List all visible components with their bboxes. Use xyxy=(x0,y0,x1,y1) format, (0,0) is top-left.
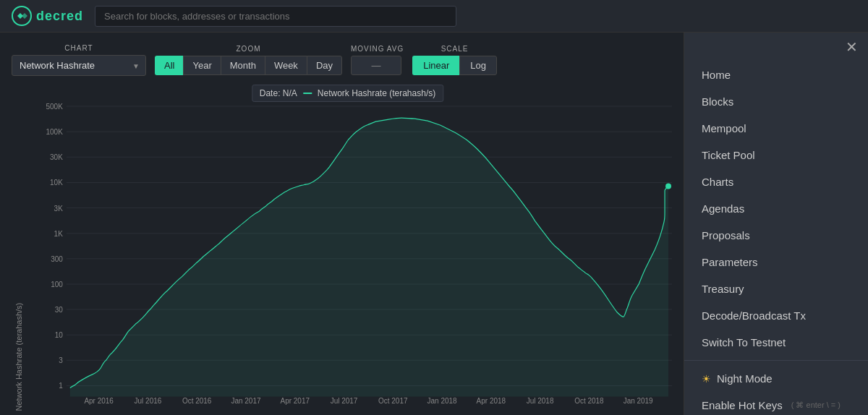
svg-text:100K: 100K xyxy=(46,128,64,136)
hot-keys-hint: ( ⌘ enter \ = ) xyxy=(791,401,841,410)
nav-item-agendas[interactable]: Agendas xyxy=(684,195,868,222)
nav-item-charts[interactable]: Charts xyxy=(684,168,868,195)
svg-text:300: 300 xyxy=(51,255,63,263)
nav-item-parameters[interactable]: Parameters xyxy=(684,249,868,275)
nav-item-proposals[interactable]: Proposals xyxy=(684,222,868,249)
nav-item-treasury[interactable]: Treasury xyxy=(684,275,868,302)
zoom-label: ZOOM xyxy=(155,45,342,53)
svg-text:10K: 10K xyxy=(50,179,63,187)
chart-area: CHART Network Hashrate Block Size Blockc… xyxy=(0,33,684,415)
zoom-year-button[interactable]: Year xyxy=(183,56,220,75)
svg-text:Jan 2018: Jan 2018 xyxy=(427,397,457,405)
main-layout: CHART Network Hashrate Block Size Blockc… xyxy=(0,33,868,415)
logo-icon xyxy=(12,6,32,26)
search-input[interactable] xyxy=(95,6,456,27)
chart-container: Network Hashrate (terahash/s) Date: N/A … xyxy=(12,85,672,411)
chart-tooltip: Date: N/A Network Hashrate (terahash/s) xyxy=(252,85,443,102)
svg-text:500K: 500K xyxy=(46,103,64,111)
chart-label: CHART xyxy=(12,44,146,52)
nav-close-button[interactable]: ✕ xyxy=(835,33,868,61)
svg-text:100: 100 xyxy=(51,281,63,288)
chart-control-group: CHART Network Hashrate Block Size Blockc… xyxy=(12,44,146,76)
chart-svg: 500K 100K 30K 10K 3K 1K 300 100 30 10 3 … xyxy=(23,85,672,411)
svg-text:30K: 30K xyxy=(50,153,63,161)
nav-divider xyxy=(684,360,868,361)
night-mode-icon: ☀ xyxy=(702,373,711,385)
y-axis-label: Network Hashrate (terahash/s) xyxy=(12,85,23,411)
tooltip-series-label: Network Hashrate (terahash/s) xyxy=(318,88,435,98)
svg-text:1: 1 xyxy=(59,382,63,390)
svg-text:Jul 2017: Jul 2017 xyxy=(331,397,358,405)
svg-text:Oct 2018: Oct 2018 xyxy=(574,397,604,405)
svg-text:Apr 2016: Apr 2016 xyxy=(84,397,114,405)
tooltip-date: Date: N/A xyxy=(260,88,297,98)
nav-item-blocks[interactable]: Blocks xyxy=(684,88,868,115)
svg-text:30: 30 xyxy=(55,306,64,314)
zoom-day-button[interactable]: Day xyxy=(307,56,342,75)
nav-item-home[interactable]: Home xyxy=(684,61,868,88)
nav-item-ticket-pool[interactable]: Ticket Pool xyxy=(684,142,868,168)
scale-label: SCALE xyxy=(412,45,497,53)
zoom-month-button[interactable]: Month xyxy=(221,56,265,75)
chart-inner: Date: N/A Network Hashrate (terahash/s) xyxy=(23,85,672,411)
zoom-all-button[interactable]: All xyxy=(155,56,183,75)
nav-item-hot-keys[interactable]: Enable Hot Keys ( ⌘ enter \ = ) xyxy=(684,392,868,415)
svg-text:Apr 2018: Apr 2018 xyxy=(477,397,506,405)
scale-linear-button[interactable]: Linear xyxy=(412,56,459,75)
svg-text:3K: 3K xyxy=(54,205,64,213)
zoom-group: All Year Month Week Day xyxy=(155,56,342,75)
scale-control-group: SCALE Linear Log xyxy=(412,45,497,75)
moving-avg-label: MOVING AVG xyxy=(351,45,404,53)
svg-text:10: 10 xyxy=(55,331,64,339)
moving-avg-control-group: MOVING AVG xyxy=(351,45,404,75)
nav-item-testnet[interactable]: Switch To Testnet xyxy=(684,329,868,356)
svg-text:Apr 2017: Apr 2017 xyxy=(281,397,310,405)
logo-text: decred xyxy=(36,9,83,24)
logo[interactable]: decred xyxy=(12,6,83,26)
zoom-control-group: ZOOM All Year Month Week Day xyxy=(155,45,342,75)
svg-text:Oct 2017: Oct 2017 xyxy=(378,397,408,405)
nav-item-decode[interactable]: Decode/Broadcast Tx xyxy=(684,302,868,329)
svg-text:Jan 2019: Jan 2019 xyxy=(624,397,653,405)
nav-items: Home Blocks Mempool Ticket Pool Charts A… xyxy=(684,61,868,415)
nav-item-night-mode[interactable]: ☀ Night Mode xyxy=(684,365,868,392)
svg-text:3: 3 xyxy=(59,356,63,364)
header: decred xyxy=(0,0,868,33)
search-bar[interactable] xyxy=(95,6,456,27)
scale-group: Linear Log xyxy=(412,56,497,75)
chart-select-wrapper[interactable]: Network Hashrate Block Size Blockchain S… xyxy=(12,55,146,76)
svg-text:Jul 2016: Jul 2016 xyxy=(135,397,162,405)
chart-select[interactable]: Network Hashrate Block Size Blockchain S… xyxy=(12,56,145,75)
nav-panel: ✕ Home Blocks Mempool Ticket Pool Charts… xyxy=(684,33,868,415)
svg-text:Oct 2016: Oct 2016 xyxy=(182,397,212,405)
nav-item-mempool[interactable]: Mempool xyxy=(684,115,868,142)
controls-row: CHART Network Hashrate Block Size Blockc… xyxy=(12,44,672,76)
night-mode-label: Night Mode xyxy=(717,372,773,385)
scale-log-button[interactable]: Log xyxy=(459,56,497,75)
hot-keys-label: Enable Hot Keys xyxy=(702,399,783,411)
zoom-week-button[interactable]: Week xyxy=(265,56,307,75)
svg-text:1K: 1K xyxy=(54,230,64,238)
svg-text:Jul 2018: Jul 2018 xyxy=(527,397,554,405)
tooltip-series-dot xyxy=(303,93,312,94)
svg-point-37 xyxy=(665,183,671,189)
svg-text:Jan 2017: Jan 2017 xyxy=(231,397,260,405)
moving-avg-input[interactable] xyxy=(351,56,401,75)
